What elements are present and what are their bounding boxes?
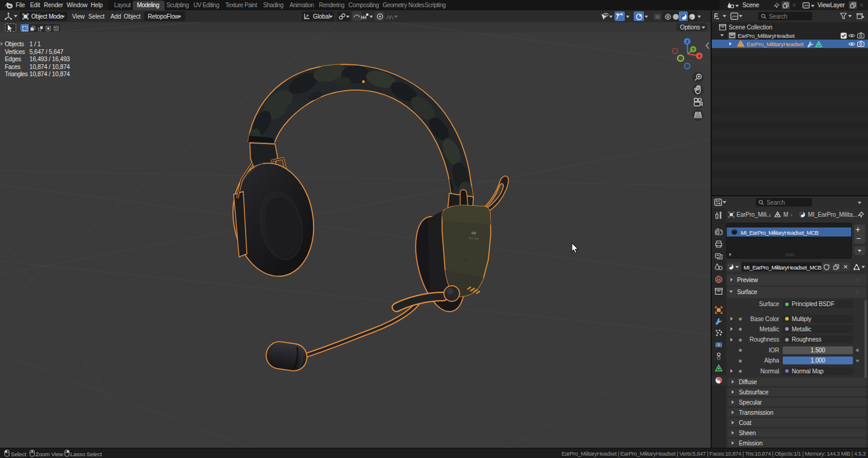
svg-text:Y: Y — [692, 47, 695, 52]
svg-text:X: X — [698, 54, 701, 58]
svg-text:3M: 3M — [471, 231, 476, 235]
